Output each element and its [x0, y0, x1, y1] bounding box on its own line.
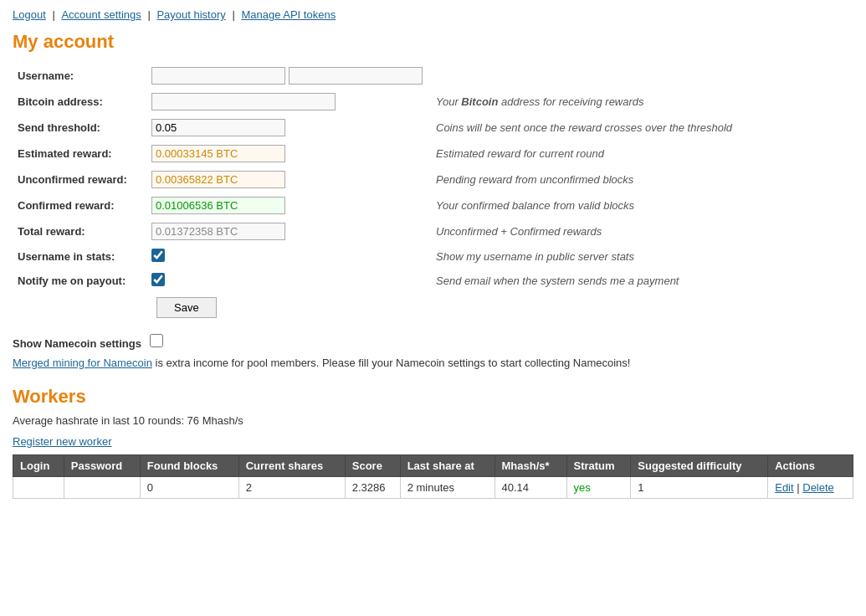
- notify-payout-label: Notify me on payout:: [13, 269, 146, 293]
- payout-history-link[interactable]: Payout history: [156, 8, 225, 21]
- save-row: Save: [13, 293, 737, 322]
- col-suggested-difficulty: Suggested difficulty: [631, 455, 768, 477]
- bitcoin-address-desc: Your Bitcoin address for receiving rewar…: [428, 89, 737, 115]
- total-reward-input-cell: [146, 218, 428, 244]
- col-actions: Actions: [768, 455, 853, 477]
- send-threshold-row: Send threshold: Coins will be sent once …: [13, 115, 737, 141]
- worker-mhash: 40.14: [494, 477, 566, 499]
- estimated-reward-value: [151, 145, 285, 162]
- username-desc: [428, 63, 737, 89]
- estimated-reward-input-cell: [146, 141, 428, 167]
- namecoin-show-label: Show Namecoin settings: [13, 337, 141, 350]
- worker-stratum: yes: [566, 477, 631, 499]
- col-current-shares: Current shares: [238, 455, 345, 477]
- send-threshold-input-cell: [146, 115, 428, 141]
- nav-sep-1: |: [52, 8, 58, 21]
- confirmed-reward-value: [151, 197, 285, 214]
- estimated-reward-desc: Estimated reward for current round: [428, 141, 737, 167]
- col-last-share-at: Last share at: [400, 455, 494, 477]
- namecoin-show-checkbox[interactable]: [150, 334, 163, 347]
- notify-payout-input-cell: [146, 269, 428, 293]
- username-in-stats-input-cell: [146, 244, 428, 269]
- register-worker-link[interactable]: Register new worker: [13, 435, 112, 448]
- worker-suggested-difficulty: 1: [631, 477, 768, 499]
- namecoin-info-text: is extra income for pool members. Please…: [152, 357, 631, 369]
- my-account-title: My account: [13, 31, 853, 53]
- logout-link[interactable]: Logout: [13, 8, 46, 21]
- save-desc-empty: [428, 293, 737, 322]
- send-threshold-label: Send threshold:: [13, 115, 146, 141]
- worker-current-shares: 2: [238, 477, 345, 499]
- username-in-stats-checkbox[interactable]: [151, 249, 165, 262]
- col-score: Score: [345, 455, 400, 477]
- notify-payout-row: Notify me on payout: Send email when the…: [13, 269, 737, 293]
- bitcoin-address-input[interactable]: [151, 93, 336, 110]
- col-login: Login: [13, 455, 64, 477]
- worker-last-share-at: 2 minutes: [400, 477, 494, 499]
- workers-header-row: Login Password Found blocks Current shar…: [13, 455, 853, 477]
- namecoin-section: Show Namecoin settings: [13, 334, 853, 350]
- username-input-main[interactable]: [289, 67, 423, 85]
- bitcoin-desc-post: address for receiving rewards: [498, 95, 643, 108]
- col-found-blocks: Found blocks: [140, 455, 238, 477]
- worker-found-blocks: 0: [140, 477, 238, 499]
- save-button-cell: Save: [146, 293, 428, 322]
- worker-score: 2.3286: [345, 477, 400, 499]
- confirmed-reward-label: Confirmed reward:: [13, 192, 146, 218]
- worker-edit-link[interactable]: Edit: [775, 481, 793, 494]
- worker-login: [13, 477, 64, 499]
- worker-delete-link[interactable]: Delete: [802, 481, 834, 494]
- estimated-reward-row: Estimated reward: Estimated reward for c…: [13, 141, 737, 167]
- nav-sep-3: |: [232, 8, 238, 21]
- total-reward-desc: Unconfirmed + Confirmed rewards: [428, 218, 737, 244]
- namecoin-link[interactable]: Merged mining for Namecoin: [13, 357, 152, 369]
- account-settings-link[interactable]: Account settings: [61, 8, 141, 21]
- unconfirmed-reward-value: [151, 171, 285, 188]
- username-in-stats-row: Username in stats: Show my username in p…: [13, 244, 737, 269]
- confirmed-reward-desc: Your confirmed balance from valid blocks: [428, 192, 737, 218]
- username-row: Username:: [13, 63, 737, 89]
- unconfirmed-reward-label: Unconfirmed reward:: [13, 167, 146, 192]
- bitcoin-address-row: Bitcoin address: Your Bitcoin address fo…: [13, 89, 737, 115]
- worker-password: [64, 477, 140, 499]
- account-form-table: Username: Bitcoin address: Your Bitcoin …: [13, 63, 737, 322]
- workers-title: Workers: [13, 386, 853, 408]
- top-nav: Logout | Account settings | Payout histo…: [13, 8, 853, 21]
- workers-table: Login Password Found blocks Current shar…: [13, 454, 853, 499]
- username-in-stats-desc: Show my username in public server stats: [428, 244, 737, 269]
- confirmed-reward-row: Confirmed reward: Your confirmed balance…: [13, 192, 737, 218]
- bitcoin-address-label: Bitcoin address:: [13, 89, 146, 115]
- unconfirmed-reward-input-cell: [146, 167, 428, 192]
- workers-table-head: Login Password Found blocks Current shar…: [13, 455, 853, 477]
- workers-table-body: 0 2 2.3286 2 minutes 40.14 yes 1 Edit | …: [13, 477, 853, 499]
- register-link-wrapper: Register new worker: [13, 435, 853, 448]
- username-in-stats-label: Username in stats:: [13, 244, 146, 269]
- notify-payout-checkbox[interactable]: [151, 273, 165, 286]
- workers-hashrate: Average hashrate in last 10 rounds: 76 M…: [13, 414, 853, 427]
- manage-api-link[interactable]: Manage API tokens: [241, 8, 336, 21]
- table-row: 0 2 2.3286 2 minutes 40.14 yes 1 Edit | …: [13, 477, 853, 499]
- worker-actions: Edit | Delete: [768, 477, 853, 499]
- total-reward-value: [151, 223, 285, 240]
- username-input-small[interactable]: [151, 67, 285, 85]
- username-field-wrapper: [151, 67, 423, 85]
- bitcoin-address-input-cell: [146, 89, 428, 115]
- username-input-cell: [146, 63, 428, 89]
- namecoin-info: Merged mining for Namecoin is extra inco…: [13, 357, 853, 369]
- bitcoin-desc-pre: Your: [436, 95, 461, 108]
- confirmed-reward-input-cell: [146, 192, 428, 218]
- bitcoin-desc-bold: Bitcoin: [461, 95, 498, 108]
- username-label: Username:: [13, 63, 146, 89]
- save-spacer: [13, 293, 146, 322]
- estimated-reward-label: Estimated reward:: [13, 141, 146, 167]
- col-mhash: Mhash/s*: [494, 455, 566, 477]
- total-reward-row: Total reward: Unconfirmed + Confirmed re…: [13, 218, 737, 244]
- send-threshold-input[interactable]: [151, 119, 285, 136]
- notify-payout-desc: Send email when the system sends me a pa…: [428, 269, 737, 293]
- save-button[interactable]: Save: [156, 297, 217, 318]
- col-stratum: Stratum: [566, 455, 631, 477]
- total-reward-label: Total reward:: [13, 218, 146, 244]
- send-threshold-desc: Coins will be sent once the reward cross…: [428, 115, 737, 141]
- nav-sep-2: |: [147, 8, 153, 21]
- unconfirmed-reward-desc: Pending reward from unconfirmed blocks: [428, 167, 737, 192]
